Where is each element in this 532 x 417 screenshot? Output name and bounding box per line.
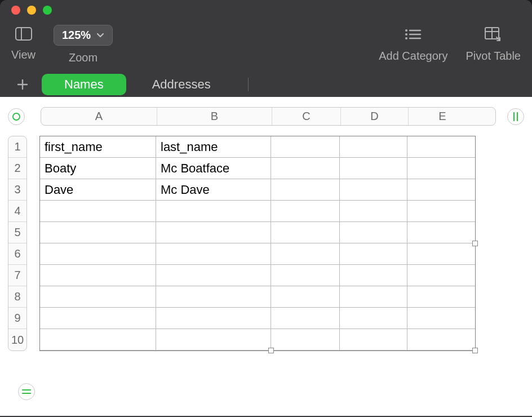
cell-D6[interactable] (340, 243, 407, 265)
cell-C3[interactable] (271, 179, 340, 201)
row-header-7[interactable]: 7 (8, 265, 26, 286)
cell-A3[interactable]: Dave (40, 179, 156, 201)
cell-B2[interactable]: Mc Boatface (156, 158, 271, 179)
cell-E10[interactable] (407, 329, 475, 351)
table-row (40, 308, 475, 329)
row-header-6[interactable]: 6 (8, 243, 26, 265)
cell-A6[interactable] (40, 243, 156, 265)
toolbar-add-category-group: Add Category (379, 25, 447, 63)
row-header-5[interactable]: 5 (8, 222, 26, 243)
column-header-D[interactable]: D (341, 108, 409, 125)
sheet-tabs: NamesAddresses (42, 74, 233, 95)
cell-D10[interactable] (340, 329, 407, 351)
row-header-1[interactable]: 1 (8, 136, 26, 158)
row-header-4[interactable]: 4 (8, 201, 26, 222)
selection-handle[interactable] (268, 348, 274, 353)
row-header-10[interactable]: 10 (8, 329, 26, 351)
selection-handle[interactable] (472, 348, 478, 353)
row-header-2[interactable]: 2 (8, 158, 26, 179)
toolbar: View 125% Zoom (0, 20, 532, 72)
cell-C5[interactable] (271, 222, 340, 243)
select-all-button[interactable] (8, 108, 25, 125)
add-column-button[interactable] (507, 108, 524, 125)
cell-E1[interactable] (407, 136, 475, 158)
cell-D2[interactable] (340, 158, 407, 179)
cell-B8[interactable] (156, 286, 271, 308)
cell-C7[interactable] (271, 265, 340, 286)
svg-point-6 (405, 37, 407, 39)
cell-B3[interactable]: Mc Dave (156, 179, 271, 201)
cell-A4[interactable] (40, 201, 156, 222)
cell-C10[interactable] (271, 329, 340, 351)
cell-E3[interactable] (407, 179, 475, 201)
cell-B1[interactable]: last_name (156, 136, 271, 158)
toolbar-zoom-group: 125% Zoom (54, 25, 113, 64)
row-header-3[interactable]: 3 (8, 179, 26, 201)
sheet-tab-names[interactable]: Names (42, 74, 126, 95)
selection-handle[interactable] (472, 241, 478, 246)
add-row-button[interactable] (18, 383, 35, 400)
cell-A7[interactable] (40, 265, 156, 286)
toolbar-view-group: View (11, 25, 36, 61)
cell-D7[interactable] (340, 265, 407, 286)
cell-B10[interactable] (156, 329, 271, 351)
cell-C8[interactable] (271, 286, 340, 308)
view-button[interactable] (14, 25, 34, 43)
cell-E5[interactable] (407, 222, 475, 243)
cell-C9[interactable] (271, 308, 340, 329)
window-minimize-button[interactable] (27, 6, 36, 15)
column-header-C[interactable]: C (272, 108, 341, 125)
svg-point-4 (405, 33, 407, 36)
cell-B4[interactable] (156, 201, 271, 222)
cell-D8[interactable] (340, 286, 407, 308)
zoom-dropdown[interactable]: 125% (54, 25, 113, 46)
cell-D3[interactable] (340, 179, 407, 201)
sheet-area: ABCDE 12345678910 first_namelast_nameBoa… (0, 97, 532, 416)
cell-E4[interactable] (407, 201, 475, 222)
cell-B7[interactable] (156, 265, 271, 286)
column-header-A[interactable]: A (41, 108, 157, 125)
cell-C4[interactable] (271, 201, 340, 222)
column-header-B[interactable]: B (157, 108, 272, 125)
cell-C1[interactable] (271, 136, 340, 158)
svg-point-2 (405, 29, 407, 32)
cell-A1[interactable]: first_name (40, 136, 156, 158)
cell-B9[interactable] (156, 308, 271, 329)
column-headers: ABCDE (41, 107, 496, 126)
cell-E9[interactable] (407, 308, 475, 329)
row-header-8[interactable]: 8 (8, 286, 26, 308)
add-category-button[interactable] (401, 25, 425, 44)
row-headers: 12345678910 (8, 136, 27, 351)
row-header-9[interactable]: 9 (8, 308, 26, 329)
cell-E2[interactable] (407, 158, 475, 179)
cell-E7[interactable] (407, 265, 475, 286)
cell-A10[interactable] (40, 329, 156, 351)
cell-D5[interactable] (340, 222, 407, 243)
column-header-E[interactable]: E (409, 108, 476, 125)
table-row: first_namelast_name (40, 136, 475, 158)
window-maximize-button[interactable] (43, 6, 52, 15)
add-sheet-button[interactable] (7, 74, 38, 95)
window-close-button[interactable] (11, 6, 20, 15)
cell-B5[interactable] (156, 222, 271, 243)
cell-A2[interactable]: Boaty (40, 158, 156, 179)
tab-divider (248, 78, 249, 91)
cell-B6[interactable] (156, 243, 271, 265)
cell-E8[interactable] (407, 286, 475, 308)
list-icon (405, 28, 422, 41)
cell-D1[interactable] (340, 136, 407, 158)
pivot-table-button[interactable] (481, 25, 505, 44)
table-row: BoatyMc Boatface (40, 158, 475, 179)
cell-C2[interactable] (271, 158, 340, 179)
cell-A5[interactable] (40, 222, 156, 243)
rows-icon (22, 388, 31, 396)
table-row (40, 329, 475, 351)
cell-C6[interactable] (271, 243, 340, 265)
cell-D4[interactable] (340, 201, 407, 222)
titlebar (0, 0, 532, 20)
cell-A8[interactable] (40, 286, 156, 308)
cell-A9[interactable] (40, 308, 156, 329)
sheet-tab-addresses[interactable]: Addresses (130, 74, 233, 95)
cell-E6[interactable] (407, 243, 475, 265)
cell-D9[interactable] (340, 308, 407, 329)
